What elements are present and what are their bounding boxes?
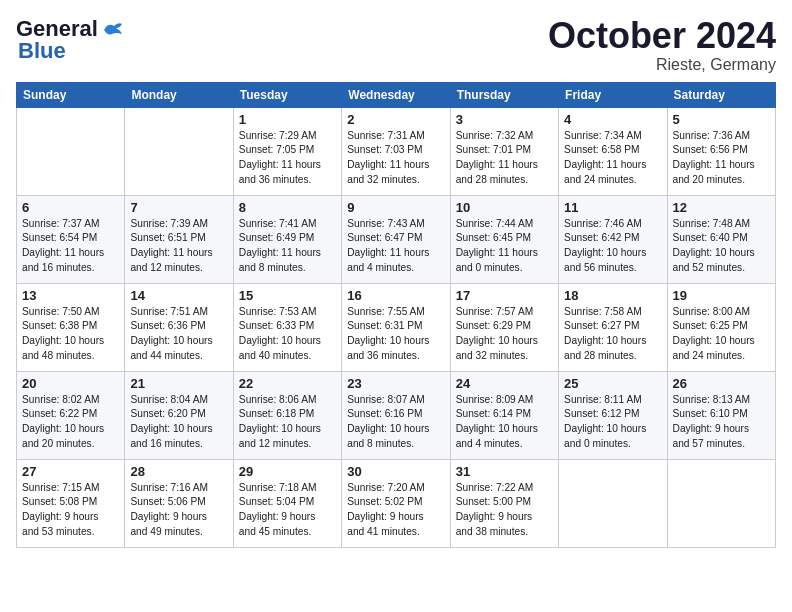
day-number: 23 (347, 376, 444, 391)
day-info: Sunrise: 8:04 AM Sunset: 6:20 PM Dayligh… (130, 393, 227, 452)
calendar-week-row: 27Sunrise: 7:15 AM Sunset: 5:08 PM Dayli… (17, 459, 776, 547)
day-info: Sunrise: 7:41 AM Sunset: 6:49 PM Dayligh… (239, 217, 336, 276)
calendar-cell: 27Sunrise: 7:15 AM Sunset: 5:08 PM Dayli… (17, 459, 125, 547)
day-number: 31 (456, 464, 553, 479)
calendar-cell: 30Sunrise: 7:20 AM Sunset: 5:02 PM Dayli… (342, 459, 450, 547)
day-number: 16 (347, 288, 444, 303)
calendar-week-row: 6Sunrise: 7:37 AM Sunset: 6:54 PM Daylig… (17, 195, 776, 283)
calendar-cell: 22Sunrise: 8:06 AM Sunset: 6:18 PM Dayli… (233, 371, 341, 459)
day-info: Sunrise: 7:36 AM Sunset: 6:56 PM Dayligh… (673, 129, 770, 188)
calendar-cell (17, 107, 125, 195)
calendar-week-row: 20Sunrise: 8:02 AM Sunset: 6:22 PM Dayli… (17, 371, 776, 459)
day-number: 11 (564, 200, 661, 215)
calendar-cell: 31Sunrise: 7:22 AM Sunset: 5:00 PM Dayli… (450, 459, 558, 547)
calendar-cell: 23Sunrise: 8:07 AM Sunset: 6:16 PM Dayli… (342, 371, 450, 459)
calendar-cell: 26Sunrise: 8:13 AM Sunset: 6:10 PM Dayli… (667, 371, 775, 459)
weekday-header-cell: Sunday (17, 82, 125, 107)
calendar-cell: 14Sunrise: 7:51 AM Sunset: 6:36 PM Dayli… (125, 283, 233, 371)
month-title-area: October 2024 Rieste, Germany (548, 16, 776, 74)
calendar-cell: 5Sunrise: 7:36 AM Sunset: 6:56 PM Daylig… (667, 107, 775, 195)
calendar-cell: 25Sunrise: 8:11 AM Sunset: 6:12 PM Dayli… (559, 371, 667, 459)
day-number: 17 (456, 288, 553, 303)
day-info: Sunrise: 7:20 AM Sunset: 5:02 PM Dayligh… (347, 481, 444, 540)
calendar-cell: 13Sunrise: 7:50 AM Sunset: 6:38 PM Dayli… (17, 283, 125, 371)
day-info: Sunrise: 7:16 AM Sunset: 5:06 PM Dayligh… (130, 481, 227, 540)
weekday-header-cell: Friday (559, 82, 667, 107)
location-title: Rieste, Germany (548, 56, 776, 74)
day-number: 1 (239, 112, 336, 127)
day-number: 7 (130, 200, 227, 215)
day-info: Sunrise: 7:15 AM Sunset: 5:08 PM Dayligh… (22, 481, 119, 540)
calendar-cell: 2Sunrise: 7:31 AM Sunset: 7:03 PM Daylig… (342, 107, 450, 195)
day-info: Sunrise: 7:48 AM Sunset: 6:40 PM Dayligh… (673, 217, 770, 276)
logo: General Blue (16, 16, 124, 64)
calendar-cell: 4Sunrise: 7:34 AM Sunset: 6:58 PM Daylig… (559, 107, 667, 195)
calendar-cell (667, 459, 775, 547)
calendar-cell: 19Sunrise: 8:00 AM Sunset: 6:25 PM Dayli… (667, 283, 775, 371)
day-number: 2 (347, 112, 444, 127)
day-number: 10 (456, 200, 553, 215)
calendar-table: SundayMondayTuesdayWednesdayThursdayFrid… (16, 82, 776, 548)
calendar-week-row: 1Sunrise: 7:29 AM Sunset: 7:05 PM Daylig… (17, 107, 776, 195)
month-title: October 2024 (548, 16, 776, 56)
day-info: Sunrise: 7:34 AM Sunset: 6:58 PM Dayligh… (564, 129, 661, 188)
calendar-cell: 28Sunrise: 7:16 AM Sunset: 5:06 PM Dayli… (125, 459, 233, 547)
calendar-cell (559, 459, 667, 547)
day-number: 27 (22, 464, 119, 479)
calendar-cell (125, 107, 233, 195)
calendar-cell: 18Sunrise: 7:58 AM Sunset: 6:27 PM Dayli… (559, 283, 667, 371)
logo-blue: Blue (18, 38, 66, 64)
day-info: Sunrise: 7:44 AM Sunset: 6:45 PM Dayligh… (456, 217, 553, 276)
day-number: 20 (22, 376, 119, 391)
day-number: 19 (673, 288, 770, 303)
day-number: 5 (673, 112, 770, 127)
calendar-body: 1Sunrise: 7:29 AM Sunset: 7:05 PM Daylig… (17, 107, 776, 547)
day-info: Sunrise: 7:57 AM Sunset: 6:29 PM Dayligh… (456, 305, 553, 364)
day-info: Sunrise: 8:06 AM Sunset: 6:18 PM Dayligh… (239, 393, 336, 452)
day-info: Sunrise: 8:07 AM Sunset: 6:16 PM Dayligh… (347, 393, 444, 452)
calendar-cell: 16Sunrise: 7:55 AM Sunset: 6:31 PM Dayli… (342, 283, 450, 371)
day-number: 26 (673, 376, 770, 391)
calendar-cell: 11Sunrise: 7:46 AM Sunset: 6:42 PM Dayli… (559, 195, 667, 283)
calendar-cell: 9Sunrise: 7:43 AM Sunset: 6:47 PM Daylig… (342, 195, 450, 283)
day-info: Sunrise: 7:37 AM Sunset: 6:54 PM Dayligh… (22, 217, 119, 276)
day-info: Sunrise: 8:09 AM Sunset: 6:14 PM Dayligh… (456, 393, 553, 452)
day-number: 30 (347, 464, 444, 479)
day-number: 25 (564, 376, 661, 391)
calendar-cell: 15Sunrise: 7:53 AM Sunset: 6:33 PM Dayli… (233, 283, 341, 371)
weekday-header-cell: Tuesday (233, 82, 341, 107)
day-number: 28 (130, 464, 227, 479)
day-info: Sunrise: 7:43 AM Sunset: 6:47 PM Dayligh… (347, 217, 444, 276)
day-number: 18 (564, 288, 661, 303)
day-info: Sunrise: 8:00 AM Sunset: 6:25 PM Dayligh… (673, 305, 770, 364)
day-info: Sunrise: 7:51 AM Sunset: 6:36 PM Dayligh… (130, 305, 227, 364)
weekday-header-cell: Thursday (450, 82, 558, 107)
day-number: 21 (130, 376, 227, 391)
day-number: 8 (239, 200, 336, 215)
calendar-cell: 12Sunrise: 7:48 AM Sunset: 6:40 PM Dayli… (667, 195, 775, 283)
weekday-header-row: SundayMondayTuesdayWednesdayThursdayFrid… (17, 82, 776, 107)
day-number: 4 (564, 112, 661, 127)
calendar-cell: 29Sunrise: 7:18 AM Sunset: 5:04 PM Dayli… (233, 459, 341, 547)
day-info: Sunrise: 7:31 AM Sunset: 7:03 PM Dayligh… (347, 129, 444, 188)
day-info: Sunrise: 8:11 AM Sunset: 6:12 PM Dayligh… (564, 393, 661, 452)
day-info: Sunrise: 7:46 AM Sunset: 6:42 PM Dayligh… (564, 217, 661, 276)
day-info: Sunrise: 7:22 AM Sunset: 5:00 PM Dayligh… (456, 481, 553, 540)
day-number: 22 (239, 376, 336, 391)
logo-bird-icon (102, 20, 124, 38)
day-info: Sunrise: 7:58 AM Sunset: 6:27 PM Dayligh… (564, 305, 661, 364)
calendar-cell: 3Sunrise: 7:32 AM Sunset: 7:01 PM Daylig… (450, 107, 558, 195)
weekday-header-cell: Monday (125, 82, 233, 107)
day-number: 3 (456, 112, 553, 127)
calendar-cell: 6Sunrise: 7:37 AM Sunset: 6:54 PM Daylig… (17, 195, 125, 283)
day-number: 9 (347, 200, 444, 215)
calendar-cell: 7Sunrise: 7:39 AM Sunset: 6:51 PM Daylig… (125, 195, 233, 283)
calendar-cell: 24Sunrise: 8:09 AM Sunset: 6:14 PM Dayli… (450, 371, 558, 459)
day-info: Sunrise: 7:39 AM Sunset: 6:51 PM Dayligh… (130, 217, 227, 276)
day-info: Sunrise: 7:50 AM Sunset: 6:38 PM Dayligh… (22, 305, 119, 364)
weekday-header-cell: Saturday (667, 82, 775, 107)
day-number: 14 (130, 288, 227, 303)
day-info: Sunrise: 8:02 AM Sunset: 6:22 PM Dayligh… (22, 393, 119, 452)
header: General Blue October 2024 Rieste, German… (16, 16, 776, 74)
day-number: 6 (22, 200, 119, 215)
